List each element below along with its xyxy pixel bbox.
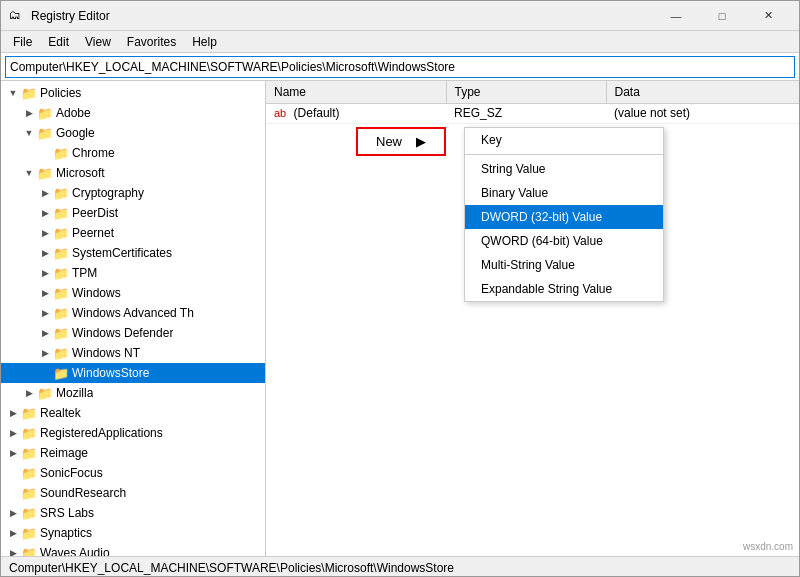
tree-label: Windows <box>72 286 121 300</box>
menu-help[interactable]: Help <box>184 33 225 51</box>
tree-item-peerdist[interactable]: ▶ 📁 PeerDist <box>1 203 265 223</box>
expander-cryptography: ▶ <box>37 188 53 198</box>
folder-icon: 📁 <box>21 446 37 461</box>
folder-icon: 📁 <box>37 166 53 181</box>
tree-item-google[interactable]: ▼ 📁 Google <box>1 123 265 143</box>
watermark: wsxdn.com <box>743 541 793 552</box>
folder-icon: 📁 <box>53 246 69 261</box>
expander-wavesaudio: ▶ <box>5 548 21 556</box>
folder-icon: 📁 <box>53 346 69 361</box>
tree-item-synaptics[interactable]: ▶ 📁 Synaptics <box>1 523 265 543</box>
submenu-key[interactable]: Key <box>465 128 663 152</box>
tree-label: TPM <box>72 266 97 280</box>
tree-label: Waves Audio <box>40 546 110 556</box>
submenu-dword-value[interactable]: DWORD (32-bit) Value <box>465 205 663 229</box>
folder-icon: 📁 <box>21 426 37 441</box>
tree-item-peernet[interactable]: ▶ 📁 Peernet <box>1 223 265 243</box>
value-name: (Default) <box>294 106 340 120</box>
expander-registeredapps: ▶ <box>5 428 21 438</box>
main-content: ▼ 📁 Policies ▶ 📁 Adobe ▼ 📁 Google 📁 Chro… <box>1 81 799 556</box>
tree-label: PeerDist <box>72 206 118 220</box>
table-row[interactable]: ab (Default) REG_SZ (value not set) <box>266 103 799 123</box>
tree-label: SystemCertificates <box>72 246 172 260</box>
minimize-button[interactable]: — <box>653 1 699 31</box>
col-header-name[interactable]: Name <box>266 81 446 103</box>
menu-favorites[interactable]: Favorites <box>119 33 184 51</box>
new-button[interactable]: New ▶ <box>356 127 446 156</box>
expander-tpm: ▶ <box>37 268 53 278</box>
right-pane: Name Type Data ab (Default) REG_SZ (valu… <box>266 81 799 556</box>
tree-item-wavesaudio[interactable]: ▶ 📁 Waves Audio <box>1 543 265 556</box>
expander-synaptics: ▶ <box>5 528 21 538</box>
cell-data: (value not set) <box>606 103 799 123</box>
expander-systemcerts: ▶ <box>37 248 53 258</box>
status-bar: Computer\HKEY_LOCAL_MACHINE\SOFTWARE\Pol… <box>1 556 799 577</box>
col-header-data[interactable]: Data <box>606 81 799 103</box>
folder-icon: 📁 <box>53 306 69 321</box>
submenu-multistring-value[interactable]: Multi-String Value <box>465 253 663 277</box>
tree-item-mozilla[interactable]: ▶ 📁 Mozilla <box>1 383 265 403</box>
folder-icon: 📁 <box>53 206 69 221</box>
window-controls: — □ ✕ <box>653 1 791 31</box>
tree-item-windows-ms[interactable]: ▶ 📁 Windows <box>1 283 265 303</box>
menu-edit[interactable]: Edit <box>40 33 77 51</box>
tree-item-realtek[interactable]: ▶ 📁 Realtek <box>1 403 265 423</box>
folder-icon: 📁 <box>53 366 69 381</box>
tree-label: SoundResearch <box>40 486 126 500</box>
address-input[interactable] <box>5 56 795 78</box>
tree-item-chrome[interactable]: 📁 Chrome <box>1 143 265 163</box>
folder-icon: 📁 <box>37 126 53 141</box>
tree-item-policies[interactable]: ▼ 📁 Policies <box>1 83 265 103</box>
tree-item-windows-defender[interactable]: ▶ 📁 Windows Defender <box>1 323 265 343</box>
tree-item-soundresearch[interactable]: 📁 SoundResearch <box>1 483 265 503</box>
tree-item-sonicfocus[interactable]: 📁 SonicFocus <box>1 463 265 483</box>
tree-item-systemcerts[interactable]: ▶ 📁 SystemCertificates <box>1 243 265 263</box>
cell-type: REG_SZ <box>446 103 606 123</box>
tree-item-srslabs[interactable]: ▶ 📁 SRS Labs <box>1 503 265 523</box>
tree-label: Windows NT <box>72 346 140 360</box>
tree-label: Synaptics <box>40 526 92 540</box>
app-icon: 🗂 <box>9 8 25 24</box>
tree-label: Mozilla <box>56 386 93 400</box>
menu-bar: File Edit View Favorites Help <box>1 31 799 53</box>
menu-file[interactable]: File <box>5 33 40 51</box>
close-button[interactable]: ✕ <box>745 1 791 31</box>
folder-icon: 📁 <box>37 106 53 121</box>
tree-item-windows-nt[interactable]: ▶ 📁 Windows NT <box>1 343 265 363</box>
maximize-button[interactable]: □ <box>699 1 745 31</box>
tree-item-cryptography[interactable]: ▶ 📁 Cryptography <box>1 183 265 203</box>
tree-item-windowsstore[interactable]: 📁 WindowsStore <box>1 363 265 383</box>
menu-view[interactable]: View <box>77 33 119 51</box>
address-bar <box>1 53 799 81</box>
tree-pane[interactable]: ▼ 📁 Policies ▶ 📁 Adobe ▼ 📁 Google 📁 Chro… <box>1 81 266 556</box>
submenu-string-value[interactable]: String Value <box>465 157 663 181</box>
submenu-qword-value[interactable]: QWORD (64-bit) Value <box>465 229 663 253</box>
expander-windows-defender: ▶ <box>37 328 53 338</box>
ab-icon: ab <box>274 107 286 119</box>
tree-item-windows-advanced[interactable]: ▶ 📁 Windows Advanced Th <box>1 303 265 323</box>
tree-label: Microsoft <box>56 166 105 180</box>
tree-label: Windows Advanced Th <box>72 306 194 320</box>
tree-label: Windows Defender <box>72 326 173 340</box>
tree-label: WindowsStore <box>72 366 149 380</box>
expander-adobe: ▶ <box>21 108 37 118</box>
tree-label: Google <box>56 126 95 140</box>
tree-label: Policies <box>40 86 81 100</box>
expander-windows-ms: ▶ <box>37 288 53 298</box>
expander-mozilla: ▶ <box>21 388 37 398</box>
folder-icon: 📁 <box>53 146 69 161</box>
tree-item-registeredapps[interactable]: ▶ 📁 RegisteredApplications <box>1 423 265 443</box>
folder-icon: 📁 <box>53 286 69 301</box>
submenu-binary-value[interactable]: Binary Value <box>465 181 663 205</box>
expander-peernet: ▶ <box>37 228 53 238</box>
tree-item-tpm[interactable]: ▶ 📁 TPM <box>1 263 265 283</box>
submenu-expandable-value[interactable]: Expandable String Value <box>465 277 663 301</box>
expander-policies: ▼ <box>5 88 21 98</box>
tree-item-adobe[interactable]: ▶ 📁 Adobe <box>1 103 265 123</box>
folder-icon: 📁 <box>37 386 53 401</box>
tree-item-reimage[interactable]: ▶ 📁 Reimage <box>1 443 265 463</box>
new-submenu: Key String Value Binary Value DWORD (32-… <box>464 127 664 302</box>
tree-item-microsoft[interactable]: ▼ 📁 Microsoft <box>1 163 265 183</box>
tree-label: Reimage <box>40 446 88 460</box>
col-header-type[interactable]: Type <box>446 81 606 103</box>
